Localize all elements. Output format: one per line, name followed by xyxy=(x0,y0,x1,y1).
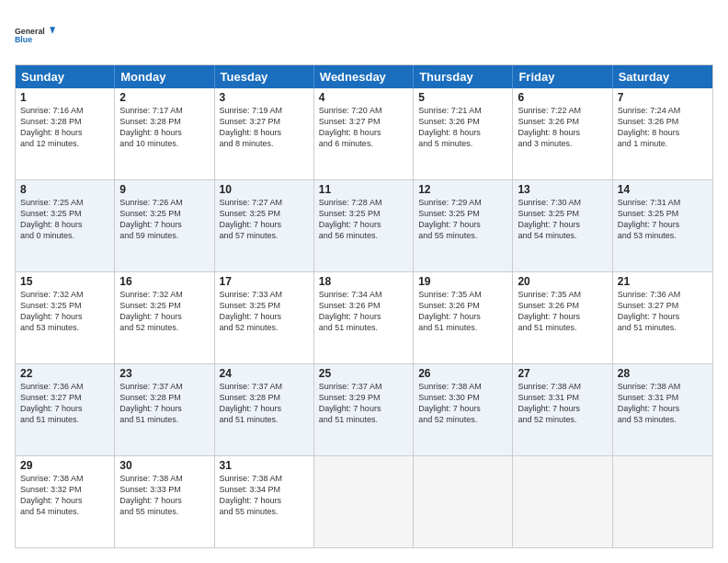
day-detail: Sunrise: 7:38 AM Sunset: 3:34 PM Dayligh… xyxy=(220,473,309,518)
calendar-cell: 28Sunrise: 7:38 AM Sunset: 3:31 PM Dayli… xyxy=(613,364,712,455)
day-detail: Sunrise: 7:32 AM Sunset: 3:25 PM Dayligh… xyxy=(119,289,209,334)
day-detail: Sunrise: 7:38 AM Sunset: 3:30 PM Dayligh… xyxy=(418,381,507,426)
day-detail: Sunrise: 7:19 AM Sunset: 3:27 PM Dayligh… xyxy=(220,105,309,150)
day-detail: Sunrise: 7:17 AM Sunset: 3:28 PM Dayligh… xyxy=(119,105,209,150)
calendar-cell: 1Sunrise: 7:16 AM Sunset: 3:28 PM Daylig… xyxy=(16,88,115,179)
day-detail: Sunrise: 7:24 AM Sunset: 3:26 PM Dayligh… xyxy=(618,105,708,150)
cal-header-cell: Friday xyxy=(513,65,612,88)
calendar-cell: 12Sunrise: 7:29 AM Sunset: 3:25 PM Dayli… xyxy=(414,180,513,271)
calendar-cell: 7Sunrise: 7:24 AM Sunset: 3:26 PM Daylig… xyxy=(613,88,712,179)
day-detail: Sunrise: 7:35 AM Sunset: 3:26 PM Dayligh… xyxy=(518,289,607,334)
day-detail: Sunrise: 7:36 AM Sunset: 3:27 PM Dayligh… xyxy=(618,289,708,334)
day-detail: Sunrise: 7:38 AM Sunset: 3:32 PM Dayligh… xyxy=(20,473,109,518)
day-detail: Sunrise: 7:38 AM Sunset: 3:31 PM Dayligh… xyxy=(518,381,607,426)
day-number: 4 xyxy=(319,91,408,104)
svg-text:Blue: Blue xyxy=(15,35,32,44)
calendar-cell: 31Sunrise: 7:38 AM Sunset: 3:34 PM Dayli… xyxy=(215,456,314,547)
calendar-body: 1Sunrise: 7:16 AM Sunset: 3:28 PM Daylig… xyxy=(16,88,712,547)
day-detail: Sunrise: 7:38 AM Sunset: 3:31 PM Dayligh… xyxy=(618,381,708,426)
day-number: 22 xyxy=(20,367,109,380)
day-number: 7 xyxy=(618,91,708,104)
day-detail: Sunrise: 7:37 AM Sunset: 3:28 PM Dayligh… xyxy=(119,381,209,426)
calendar-cell: 17Sunrise: 7:33 AM Sunset: 3:25 PM Dayli… xyxy=(215,272,314,363)
day-number: 25 xyxy=(319,367,408,380)
day-number: 17 xyxy=(220,275,309,288)
day-number: 20 xyxy=(518,275,607,288)
day-detail: Sunrise: 7:25 AM Sunset: 3:25 PM Dayligh… xyxy=(20,197,109,242)
header: General Blue xyxy=(15,15,713,55)
calendar-row: 22Sunrise: 7:36 AM Sunset: 3:27 PM Dayli… xyxy=(16,363,712,455)
day-number: 27 xyxy=(518,367,607,380)
day-number: 9 xyxy=(119,183,209,196)
calendar-cell: 19Sunrise: 7:35 AM Sunset: 3:26 PM Dayli… xyxy=(414,272,513,363)
calendar-cell: 15Sunrise: 7:32 AM Sunset: 3:25 PM Dayli… xyxy=(16,272,115,363)
day-detail: Sunrise: 7:29 AM Sunset: 3:25 PM Dayligh… xyxy=(418,197,507,242)
calendar-cell: 2Sunrise: 7:17 AM Sunset: 3:28 PM Daylig… xyxy=(115,88,214,179)
day-number: 13 xyxy=(518,183,607,196)
day-number: 14 xyxy=(618,183,708,196)
day-number: 31 xyxy=(220,459,309,472)
calendar-cell: 5Sunrise: 7:21 AM Sunset: 3:26 PM Daylig… xyxy=(414,88,513,179)
day-detail: Sunrise: 7:21 AM Sunset: 3:26 PM Dayligh… xyxy=(418,105,507,150)
day-number: 19 xyxy=(418,275,507,288)
day-detail: Sunrise: 7:33 AM Sunset: 3:25 PM Dayligh… xyxy=(220,289,309,334)
day-number: 28 xyxy=(618,367,708,380)
calendar-cell: 16Sunrise: 7:32 AM Sunset: 3:25 PM Dayli… xyxy=(115,272,214,363)
day-number: 1 xyxy=(20,91,109,104)
day-detail: Sunrise: 7:38 AM Sunset: 3:33 PM Dayligh… xyxy=(119,473,209,518)
day-number: 24 xyxy=(220,367,309,380)
day-detail: Sunrise: 7:37 AM Sunset: 3:28 PM Dayligh… xyxy=(220,381,309,426)
day-detail: Sunrise: 7:31 AM Sunset: 3:25 PM Dayligh… xyxy=(618,197,708,242)
calendar-cell: 9Sunrise: 7:26 AM Sunset: 3:25 PM Daylig… xyxy=(115,180,214,271)
day-number: 8 xyxy=(20,183,109,196)
day-detail: Sunrise: 7:20 AM Sunset: 3:27 PM Dayligh… xyxy=(319,105,408,150)
logo: General Blue xyxy=(15,15,55,55)
day-number: 12 xyxy=(418,183,507,196)
svg-marker-2 xyxy=(50,27,55,34)
calendar-cell: 20Sunrise: 7:35 AM Sunset: 3:26 PM Dayli… xyxy=(513,272,612,363)
day-number: 29 xyxy=(20,459,109,472)
day-number: 18 xyxy=(319,275,408,288)
calendar-cell: 26Sunrise: 7:38 AM Sunset: 3:30 PM Dayli… xyxy=(414,364,513,455)
day-detail: Sunrise: 7:28 AM Sunset: 3:25 PM Dayligh… xyxy=(319,197,408,242)
cal-header-cell: Saturday xyxy=(613,65,712,88)
day-detail: Sunrise: 7:26 AM Sunset: 3:25 PM Dayligh… xyxy=(119,197,209,242)
calendar: SundayMondayTuesdayWednesdayThursdayFrid… xyxy=(15,64,713,548)
day-number: 16 xyxy=(119,275,209,288)
day-number: 23 xyxy=(119,367,209,380)
day-number: 3 xyxy=(220,91,309,104)
logo-svg: General Blue xyxy=(15,15,55,55)
calendar-cell: 22Sunrise: 7:36 AM Sunset: 3:27 PM Dayli… xyxy=(16,364,115,455)
calendar-cell: 4Sunrise: 7:20 AM Sunset: 3:27 PM Daylig… xyxy=(314,88,414,179)
calendar-header: SundayMondayTuesdayWednesdayThursdayFrid… xyxy=(16,65,712,88)
day-detail: Sunrise: 7:37 AM Sunset: 3:29 PM Dayligh… xyxy=(319,381,408,426)
day-number: 21 xyxy=(618,275,708,288)
day-number: 5 xyxy=(418,91,507,104)
day-detail: Sunrise: 7:27 AM Sunset: 3:25 PM Dayligh… xyxy=(220,197,309,242)
day-detail: Sunrise: 7:34 AM Sunset: 3:26 PM Dayligh… xyxy=(319,289,408,334)
day-detail: Sunrise: 7:36 AM Sunset: 3:27 PM Dayligh… xyxy=(20,381,109,426)
day-detail: Sunrise: 7:22 AM Sunset: 3:26 PM Dayligh… xyxy=(518,105,607,150)
calendar-cell: 21Sunrise: 7:36 AM Sunset: 3:27 PM Dayli… xyxy=(613,272,712,363)
cal-header-cell: Thursday xyxy=(414,65,513,88)
calendar-row: 29Sunrise: 7:38 AM Sunset: 3:32 PM Dayli… xyxy=(16,455,712,547)
day-number: 10 xyxy=(220,183,309,196)
calendar-cell xyxy=(513,456,612,547)
day-number: 26 xyxy=(418,367,507,380)
calendar-cell: 29Sunrise: 7:38 AM Sunset: 3:32 PM Dayli… xyxy=(16,456,115,547)
calendar-cell: 3Sunrise: 7:19 AM Sunset: 3:27 PM Daylig… xyxy=(215,88,314,179)
calendar-row: 8Sunrise: 7:25 AM Sunset: 3:25 PM Daylig… xyxy=(16,179,712,271)
cal-header-cell: Sunday xyxy=(16,65,115,88)
calendar-cell: 18Sunrise: 7:34 AM Sunset: 3:26 PM Dayli… xyxy=(314,272,414,363)
calendar-cell: 23Sunrise: 7:37 AM Sunset: 3:28 PM Dayli… xyxy=(115,364,214,455)
day-number: 6 xyxy=(518,91,607,104)
calendar-cell: 11Sunrise: 7:28 AM Sunset: 3:25 PM Dayli… xyxy=(314,180,414,271)
day-detail: Sunrise: 7:16 AM Sunset: 3:28 PM Dayligh… xyxy=(20,105,109,150)
day-detail: Sunrise: 7:30 AM Sunset: 3:25 PM Dayligh… xyxy=(518,197,607,242)
calendar-row: 1Sunrise: 7:16 AM Sunset: 3:28 PM Daylig… xyxy=(16,88,712,179)
day-number: 15 xyxy=(20,275,109,288)
calendar-cell: 6Sunrise: 7:22 AM Sunset: 3:26 PM Daylig… xyxy=(513,88,612,179)
day-detail: Sunrise: 7:32 AM Sunset: 3:25 PM Dayligh… xyxy=(20,289,109,334)
calendar-cell: 13Sunrise: 7:30 AM Sunset: 3:25 PM Dayli… xyxy=(513,180,612,271)
calendar-cell: 30Sunrise: 7:38 AM Sunset: 3:33 PM Dayli… xyxy=(115,456,214,547)
